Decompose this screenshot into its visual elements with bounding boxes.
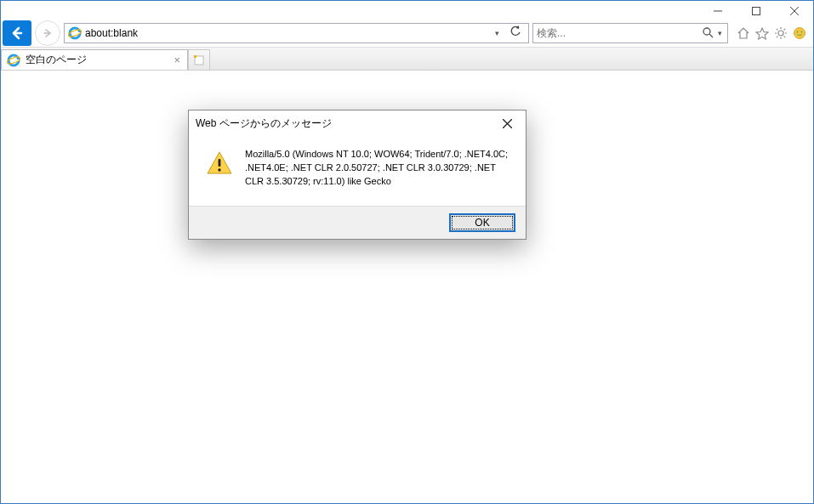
dialog-footer: OK: [189, 206, 526, 239]
svg-point-31: [218, 168, 220, 171]
forward-button[interactable]: [35, 20, 60, 46]
window-titlebar: [1, 1, 813, 21]
dialog-close-button[interactable]: [495, 114, 519, 133]
address-input[interactable]: [85, 27, 488, 39]
svg-point-9: [703, 28, 710, 35]
ie-icon: [68, 26, 82, 40]
home-icon[interactable]: [735, 25, 752, 42]
address-dropdown-icon[interactable]: ▾: [492, 29, 503, 37]
svg-line-19: [784, 29, 785, 30]
svg-line-18: [777, 37, 777, 37]
navigation-bar: ▾ ▾: [1, 21, 813, 47]
svg-rect-30: [219, 159, 221, 167]
svg-point-21: [797, 31, 799, 33]
address-bar[interactable]: ▾: [64, 23, 529, 43]
favorites-icon[interactable]: [754, 25, 771, 42]
dialog-titlebar: Web ページからのメッセージ: [189, 110, 526, 136]
svg-line-16: [777, 29, 777, 30]
search-icon[interactable]: [699, 26, 716, 41]
toolbar-icons: [731, 25, 808, 42]
window-close-button[interactable]: [775, 1, 813, 21]
dialog-body: Mozilla/5.0 (Windows NT 10.0; WOW64; Tri…: [189, 136, 526, 206]
new-tab-button[interactable]: [188, 49, 210, 70]
svg-line-17: [784, 37, 785, 37]
svg-point-11: [778, 31, 783, 36]
svg-rect-27: [194, 55, 196, 58]
tab-title: 空白のページ: [26, 53, 167, 67]
dialog-title: Web ページからのメッセージ: [196, 116, 495, 131]
dialog-ok-button[interactable]: OK: [449, 213, 515, 232]
window-maximize-button[interactable]: [737, 1, 775, 21]
search-dropdown-icon[interactable]: ▾: [716, 29, 724, 37]
dialog-message: Mozilla/5.0 (Windows NT 10.0; WOW64; Tri…: [245, 148, 509, 189]
smiley-icon[interactable]: [791, 25, 808, 42]
search-input[interactable]: [537, 27, 699, 39]
svg-line-10: [709, 34, 713, 37]
tab-blank-page[interactable]: 空白のページ ×: [1, 49, 188, 70]
ie-icon: [7, 54, 20, 67]
back-button[interactable]: [3, 20, 31, 46]
svg-point-22: [801, 31, 803, 33]
svg-rect-1: [752, 8, 760, 15]
tools-icon[interactable]: [772, 25, 789, 42]
alert-dialog: Web ページからのメッセージ Mozilla/5.0 (Windows NT …: [188, 110, 527, 240]
tab-close-button[interactable]: ×: [172, 54, 182, 66]
warning-icon: [206, 150, 233, 177]
tab-row: 空白のページ ×: [1, 47, 813, 71]
page-content: Web ページからのメッセージ Mozilla/5.0 (Windows NT …: [1, 71, 813, 503]
svg-point-20: [794, 28, 805, 39]
window-minimize-button[interactable]: [698, 1, 737, 21]
refresh-button[interactable]: [506, 25, 525, 41]
search-bar[interactable]: ▾: [532, 23, 728, 43]
